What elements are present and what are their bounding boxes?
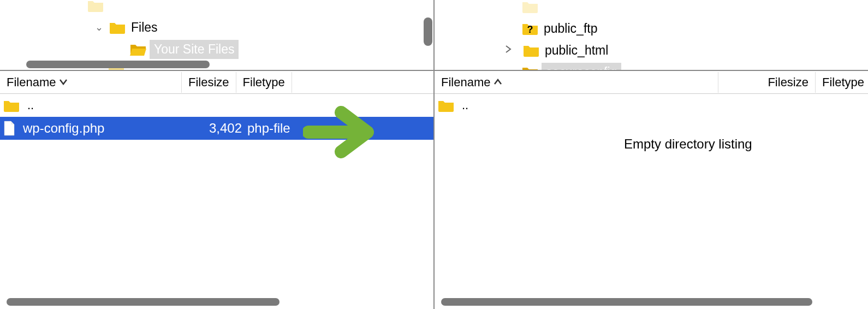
local-pane: ▸ ⌄ Files Your Site Files bbox=[0, 0, 434, 309]
tree-item-parent[interactable] bbox=[435, 0, 868, 17]
folder-icon bbox=[438, 99, 454, 112]
file-name: wp-config.php bbox=[22, 121, 183, 136]
tree-label: public_html bbox=[545, 43, 608, 58]
tree-item-your-site-files[interactable]: Your Site Files bbox=[0, 38, 428, 60]
folder-icon bbox=[3, 99, 20, 112]
svg-text:?: ? bbox=[527, 24, 533, 35]
remote-pane: ? public_ftp public_html bbox=[434, 0, 868, 309]
folder-icon bbox=[522, 0, 538, 13]
parent-dir-row[interactable]: .. bbox=[435, 94, 868, 117]
sort-desc-icon bbox=[59, 78, 68, 87]
file-row-wp-config[interactable]: wp-config.php 3,402 php-file bbox=[0, 117, 433, 140]
remote-tree[interactable]: ? public_ftp public_html bbox=[435, 0, 868, 71]
column-label: Filetype bbox=[243, 75, 285, 90]
vertical-scrollbar[interactable] bbox=[424, 17, 432, 46]
tree-label: Files bbox=[131, 20, 158, 35]
file-type: php-file bbox=[247, 121, 313, 136]
column-filename[interactable]: Filename bbox=[0, 72, 182, 93]
empty-directory-message: Empty directory listing bbox=[435, 136, 868, 152]
tree-item-parent[interactable]: ▸ bbox=[0, 0, 428, 16]
chevron-down-icon[interactable]: ⌄ bbox=[93, 21, 105, 33]
column-filetype[interactable]: Filetype bbox=[236, 72, 292, 93]
horizontal-scrollbar[interactable] bbox=[7, 298, 280, 306]
parent-dir-label: .. bbox=[22, 98, 34, 112]
tree-label-selected: secureconfig bbox=[542, 63, 621, 72]
folder-icon bbox=[109, 21, 126, 34]
folder-icon bbox=[523, 44, 539, 57]
tree-label-selected: Your Site Files bbox=[150, 40, 239, 59]
parent-dir-row[interactable]: .. bbox=[0, 94, 433, 117]
column-label: Filesize bbox=[768, 75, 808, 90]
column-filename[interactable]: Filename bbox=[435, 72, 718, 93]
local-tree[interactable]: ▸ ⌄ Files Your Site Files bbox=[0, 0, 433, 71]
remote-list-header: Filename Filesize Filetype Last modi bbox=[435, 71, 868, 94]
file-size: 3,402 bbox=[183, 121, 247, 136]
column-label: Filesize bbox=[188, 75, 229, 90]
parent-dir-label: .. bbox=[456, 98, 468, 112]
folder-open-icon bbox=[522, 66, 538, 71]
tree-item-public-ftp[interactable]: ? public_ftp bbox=[435, 17, 868, 39]
column-filesize[interactable]: Filesize bbox=[718, 72, 816, 93]
horizontal-scrollbar[interactable] bbox=[26, 61, 210, 68]
local-file-list[interactable]: .. wp-config.php 3,402 php-file bbox=[0, 94, 433, 309]
tree-label: public_ftp bbox=[544, 21, 597, 36]
column-filetype[interactable]: Filetype bbox=[816, 72, 868, 93]
chevron-right-icon[interactable] bbox=[502, 45, 514, 56]
column-filesize[interactable]: Filesize bbox=[182, 72, 236, 93]
horizontal-scrollbar[interactable] bbox=[441, 298, 812, 306]
folder-question-icon: ? bbox=[522, 22, 538, 35]
folder-open-icon bbox=[130, 43, 146, 56]
folder-icon bbox=[87, 0, 104, 12]
file-icon bbox=[3, 121, 15, 136]
tree-item-public-html[interactable]: public_html bbox=[435, 39, 868, 61]
column-label: Filetype bbox=[822, 75, 864, 90]
tree-item-files[interactable]: ⌄ Files bbox=[0, 16, 428, 38]
column-label: Filename bbox=[441, 75, 490, 90]
tree-item-secureconfig[interactable]: secureconfig bbox=[435, 61, 868, 71]
remote-file-list[interactable]: .. Empty directory listing bbox=[435, 94, 868, 309]
local-list-header: Filename Filesize Filetype bbox=[0, 71, 433, 94]
sort-asc-icon bbox=[494, 78, 502, 87]
column-label: Filename bbox=[7, 75, 56, 90]
